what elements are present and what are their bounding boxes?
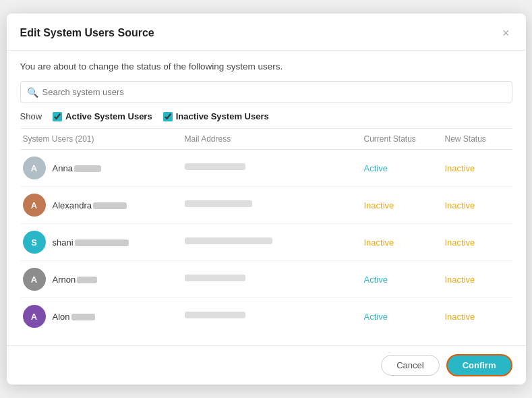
modal-body: You are about to change the status of th… (7, 51, 526, 345)
search-input[interactable] (20, 81, 512, 103)
user-cell: A Alexandra (23, 194, 185, 217)
active-system-users-label[interactable]: Active System Users (65, 111, 152, 121)
mail-cell (185, 163, 364, 173)
table-row: S shani Inactive Inactive (20, 224, 512, 261)
inactive-system-users-label[interactable]: Inactive System Users (176, 111, 269, 121)
inactive-system-users-checkbox[interactable] (163, 112, 173, 121)
active-system-users-checkbox[interactable] (53, 112, 62, 121)
mail-cell (185, 275, 364, 284)
table-body: A Anna Active Inactive A Alexandra Inact… (20, 150, 512, 335)
modal-title: Edit System Users Source (20, 27, 154, 39)
user-name: shani (53, 237, 129, 248)
description-text: You are about to change the status of th… (20, 61, 512, 72)
new-status: Inactive (445, 163, 512, 173)
avatar: A (23, 194, 46, 217)
new-status: Inactive (445, 200, 512, 210)
show-label: Show (20, 111, 42, 121)
new-status: Inactive (445, 237, 512, 248)
close-button[interactable]: × (500, 26, 512, 40)
current-status: Active (364, 163, 445, 173)
users-table-container: System Users (201) Mail Address Current … (20, 128, 512, 335)
col-system-users: System Users (201) (23, 134, 185, 144)
col-mail-address: Mail Address (185, 134, 364, 144)
table-header: System Users (201) Mail Address Current … (20, 129, 512, 150)
avatar: A (23, 305, 46, 328)
filter-row: Show Active System Users Inactive System… (20, 111, 512, 121)
user-name: Arnon (53, 275, 98, 285)
user-cell: S shani (23, 231, 185, 254)
modal-footer: Cancel Confirm (7, 345, 526, 385)
new-status: Inactive (445, 312, 512, 322)
table-row: A Arnon Active Inactive (20, 261, 512, 298)
user-cell: A Anna (23, 157, 185, 179)
active-filter-group: Active System Users (53, 111, 152, 121)
table-row: A Alon Active Inactive (20, 298, 512, 335)
search-icon: 🔍 (27, 87, 38, 98)
user-cell: A Arnon (23, 268, 185, 291)
table-row: A Anna Active Inactive (20, 150, 512, 187)
avatar: A (23, 157, 46, 179)
user-name: Anna (53, 163, 101, 173)
mail-cell (185, 200, 364, 210)
current-status: Active (364, 312, 445, 322)
new-status: Inactive (445, 275, 512, 285)
inactive-filter-group: Inactive System Users (163, 111, 269, 121)
current-status: Inactive (364, 200, 445, 210)
col-new-status: New Status (445, 134, 512, 144)
mail-cell (185, 312, 364, 321)
user-name: Alexandra (53, 200, 127, 210)
current-status: Inactive (364, 237, 445, 248)
modal: Edit System Users Source × You are about… (7, 13, 526, 385)
cancel-button[interactable]: Cancel (381, 355, 439, 376)
modal-header: Edit System Users Source × (7, 13, 526, 51)
avatar: A (23, 268, 46, 291)
avatar: S (23, 231, 46, 254)
col-current-status: Current Status (364, 134, 445, 144)
user-name: Alon (53, 312, 95, 322)
table-row: A Alexandra Inactive Inactive (20, 187, 512, 224)
modal-overlay: Edit System Users Source × You are about… (0, 0, 532, 398)
current-status: Active (364, 275, 445, 285)
mail-cell (185, 237, 364, 247)
user-cell: A Alon (23, 305, 185, 328)
search-wrapper: 🔍 (20, 81, 512, 103)
confirm-button[interactable]: Confirm (446, 354, 512, 376)
